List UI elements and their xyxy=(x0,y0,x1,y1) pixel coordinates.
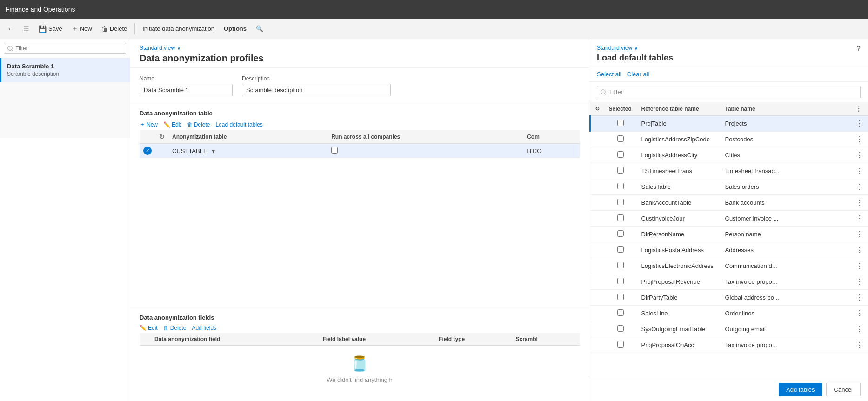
list-item[interactable]: ProjProposalRevenue Tax invoice propo...… xyxy=(590,274,868,290)
menu-button[interactable]: ☰ xyxy=(20,23,33,34)
trash-icon: 🗑 xyxy=(163,325,169,331)
clear-all-link[interactable]: Clear all xyxy=(627,71,649,78)
list-item[interactable]: DirPartyTable Global address bo... ⋮ xyxy=(590,290,868,306)
row-checkbox[interactable] xyxy=(617,294,624,300)
form-section: Name Description xyxy=(130,68,589,104)
row-ref-name: LogisticsElectronicAddress xyxy=(637,258,721,274)
list-item[interactable]: LogisticsAddressZipCode Postcodes ⋮ xyxy=(590,132,868,147)
table-row[interactable]: ✓ CUSTTABLE ▼ ITCO xyxy=(140,144,580,158)
row-checkbox[interactable] xyxy=(617,230,624,237)
row-checkbox[interactable] xyxy=(617,167,624,174)
list-item[interactable]: DirPersonName Person name ⋮ xyxy=(590,227,868,242)
row-checkbox[interactable] xyxy=(617,120,624,126)
list-item[interactable]: LogisticsAddressCity Cities ⋮ xyxy=(590,147,868,163)
list-item[interactable]: SalesTable Sales orders ⋮ xyxy=(590,179,868,195)
row-checkbox[interactable] xyxy=(617,183,624,189)
anon-delete-button[interactable]: 🗑 Delete xyxy=(187,121,210,128)
list-item[interactable]: SysOutgoingEmailTable Outgoing email ⋮ xyxy=(590,321,868,337)
dropdown-arrow[interactable]: ▼ xyxy=(211,148,216,154)
run-across-checkbox[interactable] xyxy=(331,147,338,154)
more-icon[interactable]: ⋮ xyxy=(856,183,863,191)
main-container: Data Scramble 1 Scramble description Sta… xyxy=(0,39,868,401)
more-icon[interactable]: ⋮ xyxy=(856,214,863,222)
fields-delete-button[interactable]: 🗑 Delete xyxy=(163,325,187,331)
standard-view-link[interactable]: Standard view ∨ xyxy=(140,45,580,51)
sidebar-filter-input[interactable] xyxy=(4,43,126,54)
select-all-link[interactable]: Select all xyxy=(597,71,621,78)
initiate-button[interactable]: Initiate data anonymization xyxy=(139,23,218,34)
fields-edit-button[interactable]: ✏️ Edit xyxy=(140,325,158,331)
panel-filter-input[interactable] xyxy=(597,86,861,98)
more-icon[interactable]: ⋮ xyxy=(856,230,863,238)
more-icon[interactable]: ⋮ xyxy=(856,199,863,207)
more-icon[interactable]: ⋮ xyxy=(856,246,863,254)
more-icon[interactable]: ⋮ xyxy=(856,262,863,270)
back-button[interactable]: ← xyxy=(4,23,18,34)
more-icon[interactable]: ⋮ xyxy=(856,309,863,317)
row-more: ⋮ xyxy=(851,116,868,132)
list-item[interactable]: BankAccountTable Bank accounts ⋮ xyxy=(590,195,868,211)
description-input[interactable] xyxy=(242,84,391,96)
row-checkbox-cell xyxy=(604,242,637,258)
more-icon[interactable]: ⋮ xyxy=(856,325,863,333)
more-icon[interactable]: ⋮ xyxy=(856,294,863,301)
list-item[interactable]: ProjTable Projects ⋮ xyxy=(590,116,868,132)
row-table-name: Addresses xyxy=(721,242,852,258)
row-checkbox[interactable] xyxy=(617,325,624,332)
row-checkbox-cell xyxy=(604,163,637,179)
row-checkbox[interactable] xyxy=(617,199,624,205)
row-table-name: Communication d... xyxy=(721,258,852,274)
row-checkbox[interactable] xyxy=(617,135,624,142)
row-checkbox[interactable] xyxy=(617,262,624,268)
list-item[interactable]: LogisticsPostalAddress Addresses ⋮ xyxy=(590,242,868,258)
add-fields-button[interactable]: Add fields xyxy=(192,325,216,331)
more-icon[interactable]: ⋮ xyxy=(856,151,863,159)
list-item[interactable]: SalesLine Order lines ⋮ xyxy=(590,306,868,321)
cancel-button[interactable]: Cancel xyxy=(826,383,861,396)
load-default-button[interactable]: Load default tables xyxy=(215,121,262,128)
search-button[interactable]: 🔍 xyxy=(252,23,267,34)
more-icon[interactable]: ⋮ xyxy=(856,120,863,127)
more-icon[interactable]: ⋮ xyxy=(856,341,863,349)
row-checkbox[interactable] xyxy=(617,341,624,348)
refresh-icon[interactable]: ↻ xyxy=(595,106,600,112)
row-checkbox[interactable] xyxy=(617,309,624,316)
more-icon[interactable]: ⋮ xyxy=(856,167,863,175)
help-icon[interactable]: ? xyxy=(856,45,861,53)
row-table-name: Timesheet transac... xyxy=(721,163,852,179)
sidebar-item-scramble1[interactable]: Data Scramble 1 Scramble description xyxy=(0,58,130,82)
row-checkbox-cell xyxy=(604,290,637,306)
name-input[interactable] xyxy=(140,84,233,96)
refresh-icon[interactable]: ↻ xyxy=(159,133,165,140)
row-checkbox[interactable] xyxy=(617,278,624,284)
row-checkbox-cell xyxy=(604,306,637,321)
list-item[interactable]: LogisticsElectronicAddress Communication… xyxy=(590,258,868,274)
row-checkbox[interactable] xyxy=(617,151,624,158)
row-ref-name: DirPartyTable xyxy=(637,290,721,306)
row-checkbox[interactable] xyxy=(617,246,624,253)
delete-button[interactable]: 🗑 Delete xyxy=(98,23,131,34)
options-button[interactable]: Options xyxy=(220,23,250,34)
more-icon[interactable]: ⋮ xyxy=(856,278,863,286)
anon-new-button[interactable]: ＋ New xyxy=(140,120,158,128)
panel-table: ↻ Selected Reference table name Table na… xyxy=(589,102,868,353)
back-icon: ← xyxy=(7,25,14,33)
list-item[interactable]: CustInvoiceJour Customer invoice ... ⋮ xyxy=(590,211,868,227)
search-icon: 🔍 xyxy=(256,25,263,32)
list-item[interactable]: TSTimesheetTrans Timesheet transac... ⋮ xyxy=(590,163,868,179)
new-button[interactable]: ＋ New xyxy=(68,23,96,35)
add-tables-button[interactable]: Add tables xyxy=(779,383,822,396)
plus-icon: ＋ xyxy=(140,120,145,128)
sidebar-item-title: Data Scramble 1 xyxy=(7,63,124,70)
view-header: Standard view ∨ Data anonymization profi… xyxy=(130,39,589,68)
row-checkbox[interactable] xyxy=(617,214,624,221)
right-panel-view-link[interactable]: Standard view ∨ xyxy=(597,45,673,51)
row-indicator xyxy=(590,274,604,290)
more-icon[interactable]: ⋮ xyxy=(856,135,863,143)
sidebar-item-subtitle: Scramble description xyxy=(7,71,124,77)
list-item[interactable]: ProjProposalOnAcc Tax invoice propo... ⋮ xyxy=(590,337,868,353)
row-more: ⋮ xyxy=(851,290,868,306)
row-more: ⋮ xyxy=(851,242,868,258)
save-button[interactable]: 💾 Save xyxy=(35,23,66,34)
anon-edit-button[interactable]: ✏️ Edit xyxy=(163,121,181,128)
